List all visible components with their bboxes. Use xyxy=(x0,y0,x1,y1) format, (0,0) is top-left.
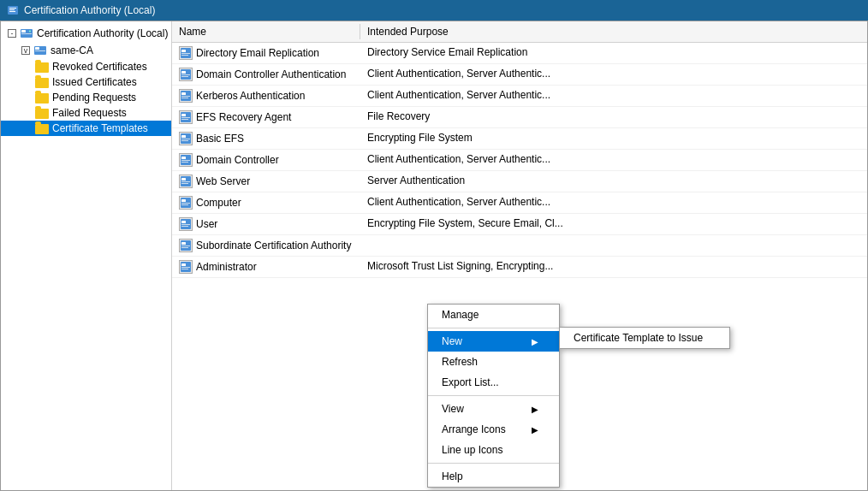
arrow-icon-new: ▶ xyxy=(532,337,538,346)
menu-item-refresh[interactable]: Refresh xyxy=(428,352,559,372)
menu-item-lineup[interactable]: Line up Icons xyxy=(428,440,559,460)
menu-label-exportlist: Export List... xyxy=(442,376,499,388)
submenu-new: Certificate Template to Issue xyxy=(559,327,730,349)
failed-label: Failed Requests xyxy=(52,107,127,119)
svg-rect-2 xyxy=(9,9,15,10)
menu-item-new[interactable]: New ▶ xyxy=(428,331,559,352)
sameca-label: same-CA xyxy=(51,44,93,56)
issued-label: Issued Certificates xyxy=(52,76,137,88)
submenu-label-certtemplate: Certificate Template to Issue xyxy=(574,332,703,344)
menu-label-lineup: Line up Icons xyxy=(442,444,502,456)
tree-item-sameca[interactable]: v same-CA xyxy=(1,42,171,59)
title-bar: Certification Authority (Local) xyxy=(0,0,868,21)
expand-icon-root[interactable]: - xyxy=(8,29,16,38)
svg-rect-5 xyxy=(21,30,26,33)
svg-point-7 xyxy=(29,31,31,33)
context-menu-overlay[interactable]: Manage New ▶ Refresh Export List... View… xyxy=(172,21,867,490)
pending-label: Pending Requests xyxy=(52,92,136,104)
menu-label-refresh: Refresh xyxy=(442,356,478,368)
tree-item-issued[interactable]: Issued Certificates xyxy=(1,74,171,90)
tree-root-item[interactable]: - Certification Authority (Local) xyxy=(1,25,171,42)
svg-rect-10 xyxy=(35,50,45,51)
menu-label-view: View xyxy=(442,403,464,415)
app-icon xyxy=(7,4,19,16)
context-menu: Manage New ▶ Refresh Export List... View… xyxy=(427,304,560,488)
menu-label-help: Help xyxy=(442,470,463,482)
expand-icon-sameca[interactable]: v xyxy=(21,46,30,55)
folder-icon-revoked xyxy=(35,62,49,73)
tree-item-failed[interactable]: Failed Requests xyxy=(1,105,171,121)
menu-item-view[interactable]: View ▶ xyxy=(428,399,559,419)
title-text: Certification Authority (Local) xyxy=(24,4,155,16)
arrow-icon-view: ▶ xyxy=(532,405,538,414)
root-label: Certification Authority (Local) xyxy=(37,27,168,39)
tree-item-revoked[interactable]: Revoked Certificates xyxy=(1,59,171,74)
separator-3 xyxy=(428,463,559,464)
menu-label-new: New xyxy=(442,335,462,347)
revoked-label: Revoked Certificates xyxy=(52,61,147,73)
submenu-item-certtemplate[interactable]: Certificate Template to Issue xyxy=(560,328,729,348)
menu-item-manage[interactable]: Manage xyxy=(428,305,559,325)
menu-label-arrange: Arrange Icons xyxy=(442,423,506,435)
svg-rect-6 xyxy=(21,33,32,34)
svg-rect-9 xyxy=(35,47,39,50)
ca-icon xyxy=(33,44,47,57)
tree-item-templates[interactable]: Certificate Templates xyxy=(1,121,171,136)
svg-rect-1 xyxy=(9,8,16,9)
main-window: - Certification Authority (Local) v xyxy=(0,21,868,491)
menu-item-exportlist[interactable]: Export List... xyxy=(428,372,559,393)
separator-2 xyxy=(428,395,559,396)
server-icon xyxy=(20,27,33,40)
menu-label-manage: Manage xyxy=(442,309,479,321)
sidebar: - Certification Authority (Local) v xyxy=(1,21,172,490)
menu-item-arrange[interactable]: Arrange Icons ▶ xyxy=(428,419,559,440)
folder-icon-issued xyxy=(35,78,49,88)
separator-1 xyxy=(428,328,559,328)
folder-icon-pending xyxy=(35,93,49,104)
svg-rect-3 xyxy=(9,11,15,12)
tree-item-pending[interactable]: Pending Requests xyxy=(1,90,171,105)
content-area: Name Intended Purpose Directory Email Re… xyxy=(172,21,867,490)
folder-icon-templates xyxy=(35,124,49,134)
menu-item-help[interactable]: Help xyxy=(428,466,559,487)
folder-icon-failed xyxy=(35,109,49,119)
arrow-icon-arrange: ▶ xyxy=(532,425,538,435)
templates-label: Certificate Templates xyxy=(52,122,148,134)
